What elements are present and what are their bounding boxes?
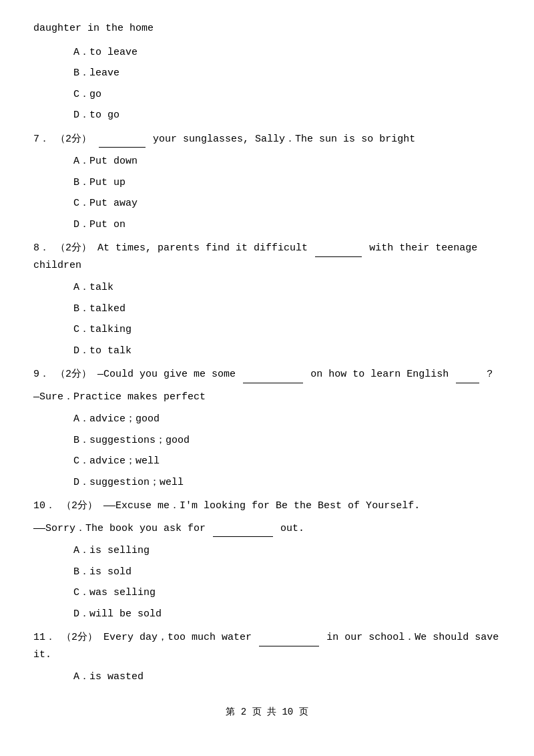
q10-option-d: D．will be sold — [33, 606, 501, 623]
q9-blank1 — [243, 383, 303, 383]
question-9: 9． （2分） —Could you give me some on how t… — [33, 366, 501, 383]
q7-blank — [99, 147, 146, 148]
q7-option-d: D．Put on — [33, 216, 501, 234]
q9-option-b: B．suggestions；good — [33, 432, 501, 449]
option-a-intro: A．to leave — [33, 44, 501, 61]
intro-line: daughter in the home — [33, 20, 501, 37]
question-10: 10． （2分） ——Excuse me．I'm looking for Be … — [33, 498, 501, 515]
q9-blank2 — [456, 383, 479, 383]
q10-option-b: B．is sold — [33, 564, 501, 581]
q10-option-a: A．is selling — [33, 542, 501, 560]
q10-blank — [213, 536, 273, 537]
q9-option-a: A．advice；good — [33, 411, 501, 428]
option-b-intro: B．leave — [33, 65, 501, 82]
q9-option-c: C．advice；well — [33, 453, 501, 470]
question-10-dialog2: ——Sorry．The book you ask for out. — [33, 520, 501, 538]
q11-blank — [259, 646, 319, 646]
question-7: 7． （2分） your sunglasses, Sally．The sun i… — [33, 131, 501, 148]
q10-option-c: C．was selling — [33, 584, 501, 602]
q7-option-c: C．Put away — [33, 195, 501, 212]
q8-blank — [315, 256, 362, 257]
q8-option-a: A．talk — [33, 279, 501, 297]
option-c-intro: C．go — [33, 86, 501, 104]
q11-option-a: A．is wasted — [33, 669, 501, 686]
q7-option-b: B．Put up — [33, 174, 501, 192]
q7-option-a: A．Put down — [33, 153, 501, 170]
q8-option-b: B．talked — [33, 301, 501, 318]
page-footer: 第 2 页 共 10 页 — [33, 706, 501, 718]
question-9-dialog2: —Sure．Practice makes perfect — [33, 389, 501, 406]
q8-option-c: C．talking — [33, 321, 501, 339]
q8-option-d: D．to talk — [33, 343, 501, 360]
question-8: 8． （2分） At times, parents find it diffic… — [33, 240, 501, 274]
question-11: 11． （2分） Every day，too much water in our… — [33, 629, 501, 663]
option-d-intro: D．to go — [33, 107, 501, 124]
q9-option-d: D．suggestion；well — [33, 474, 501, 492]
